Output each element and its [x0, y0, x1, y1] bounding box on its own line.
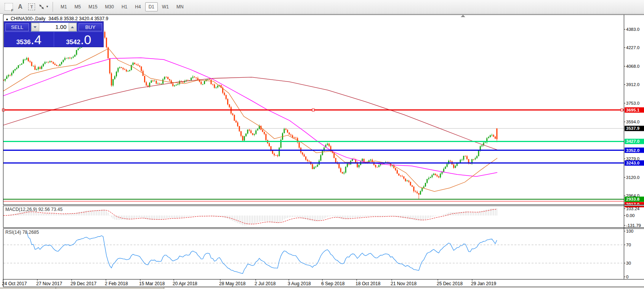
bid-main-digits: 3536	[16, 39, 31, 46]
one-click-trading-panel: SELL 1.00 BUY 3536.4 3542.0	[4, 21, 104, 47]
ask-main-digits: 3542	[66, 39, 80, 46]
svg-text:3695.1: 3695.1	[626, 108, 640, 112]
svg-text:25 Dec 2018: 25 Dec 2018	[437, 281, 463, 286]
rsi-label: RSI(14) 78.2685	[5, 230, 39, 235]
svg-text:6 Sep 2018: 6 Sep 2018	[321, 281, 345, 286]
volume-decrease-button[interactable]	[31, 23, 39, 31]
svg-text:3753.0: 3753.0	[626, 101, 639, 105]
svg-text:0.00: 0.00	[626, 213, 634, 218]
timeframe-h4[interactable]: H4	[131, 2, 144, 11]
timeframe-m15[interactable]: M15	[85, 2, 101, 11]
svg-text:30: 30	[626, 261, 631, 265]
svg-text:20 Apr 2018: 20 Apr 2018	[173, 281, 197, 286]
ask-frac-digit: .0	[80, 33, 91, 46]
volume-value[interactable]: 1.00	[39, 23, 69, 31]
svg-text:2933.8: 2933.8	[626, 197, 640, 201]
cursor-tool[interactable]: ▼	[38, 2, 49, 12]
svg-text:21 Nov 2018: 21 Nov 2018	[391, 281, 417, 286]
svg-text:100: 100	[626, 229, 633, 233]
svg-text:4383.0: 4383.0	[626, 27, 639, 32]
svg-text:27 Nov 2017: 27 Nov 2017	[36, 281, 62, 286]
timeframe-group: M1M5M15M30H1H4D1W1MN	[57, 2, 187, 11]
svg-text:4227.0: 4227.0	[626, 45, 639, 50]
buy-price-display[interactable]: 3542.0	[54, 32, 104, 47]
timeframe-m5[interactable]: M5	[71, 2, 85, 11]
svg-text:24 Oct 2017: 24 Oct 2017	[2, 281, 27, 286]
timeframe-m30[interactable]: M30	[102, 2, 117, 11]
svg-text:3120.0: 3120.0	[626, 175, 639, 180]
svg-text:3912.0: 3912.0	[626, 82, 639, 87]
letter-a-icon: A	[18, 3, 22, 10]
buy-button[interactable]: BUY	[78, 23, 102, 31]
svg-text:-131.79: -131.79	[626, 223, 641, 228]
svg-text:3427.0: 3427.0	[626, 139, 639, 144]
svg-text:3243.0: 3243.0	[626, 161, 639, 165]
svg-text:3352.0: 3352.0	[626, 148, 639, 153]
volume-increase-button[interactable]	[69, 23, 77, 31]
svg-text:103.24: 103.24	[626, 206, 640, 211]
svg-text:15 Mar 2018: 15 Mar 2018	[139, 281, 165, 286]
svg-text:18 Oct 2018: 18 Oct 2018	[356, 281, 381, 286]
timeframe-d1[interactable]: D1	[145, 2, 158, 11]
svg-text:2 Jul 2018: 2 Jul 2018	[255, 281, 276, 286]
toolbar-separator	[53, 2, 53, 12]
svg-text:2 Feb 2018: 2 Feb 2018	[105, 281, 128, 286]
timeframe-h1[interactable]: H1	[118, 2, 131, 11]
chevron-down-icon: ▼	[46, 5, 49, 8]
svg-text:0: 0	[626, 275, 628, 279]
timeframe-mn[interactable]: MN	[173, 2, 187, 11]
svg-text:29 Jan 2019: 29 Jan 2019	[471, 281, 496, 286]
symbol-period-label: CHINA300-,Daily	[11, 16, 45, 21]
chart-title: ▲CHINA300-,Daily3445.8 3538.2 3420.4 353…	[5, 16, 108, 21]
sell-price-display[interactable]: 3536.4	[4, 32, 54, 47]
text-box-icon: T	[28, 3, 35, 10]
text-label-tool[interactable]: A	[15, 2, 25, 12]
timeframe-w1[interactable]: W1	[159, 2, 172, 11]
svg-text:4068.0: 4068.0	[626, 64, 639, 69]
svg-text:29 Dec 2017: 29 Dec 2017	[70, 281, 96, 286]
collapse-triangle-icon[interactable]: ▲	[5, 17, 9, 21]
ohlc-values: 3445.8 3538.2 3420.4 3537.9	[48, 16, 108, 21]
bid-frac-digit: .4	[30, 33, 41, 46]
text-box-tool[interactable]: T	[27, 2, 37, 12]
timeframe-m1[interactable]: M1	[57, 2, 70, 11]
sell-button[interactable]: SELL	[5, 23, 29, 31]
svg-text:3594.0: 3594.0	[626, 120, 639, 124]
volume-spinner: 1.00	[31, 22, 77, 32]
cursor-arrows-icon	[38, 3, 45, 10]
macd-label: MACD(12,26,9) 92.56 73.45	[5, 207, 62, 212]
svg-text:3537.9: 3537.9	[626, 126, 639, 131]
svg-text:28 May 2018: 28 May 2018	[219, 281, 246, 286]
crosshair-grid-tool[interactable]: F	[4, 2, 14, 12]
toolbar: F A T ▼ M1M5M15M30H1H4D1W1MN	[0, 0, 644, 14]
svg-text:70: 70	[626, 243, 631, 247]
grid-f-icon: F	[5, 3, 13, 11]
svg-text:3 Aug 2018: 3 Aug 2018	[288, 281, 311, 286]
